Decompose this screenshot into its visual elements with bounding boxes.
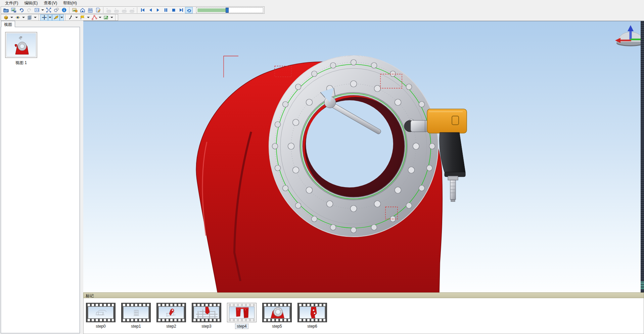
menu-bar: 文件(F) 编辑(E) 查看(V) 帮助(H) <box>0 0 644 6</box>
snapshot-next-button[interactable] <box>120 7 128 13</box>
layers-button[interactable] <box>26 14 33 21</box>
step-label-5: step5 <box>271 324 283 329</box>
fit-view-button[interactable] <box>45 7 52 13</box>
visibility-eye-caret[interactable] <box>21 14 26 21</box>
progress-handle[interactable] <box>226 8 229 13</box>
step-back-button[interactable] <box>146 7 154 13</box>
flag-label-button[interactable] <box>79 14 86 21</box>
toolbar-tools <box>1 14 118 21</box>
stop-button[interactable] <box>170 7 177 13</box>
gizmo-x-axis <box>620 40 631 41</box>
svg-text:BOM: BOM <box>88 8 93 10</box>
right-strip-marks <box>641 282 644 289</box>
views-panel: 视图 视图 1 <box>0 21 81 334</box>
switch-window-button[interactable] <box>33 7 41 13</box>
measure-angle-button[interactable] <box>90 14 98 21</box>
save-image-button[interactable] <box>10 7 17 13</box>
step-label-2: step2 <box>165 324 177 329</box>
step-label-6: step6 <box>306 324 318 329</box>
step-item-5[interactable]: step5 <box>262 303 292 329</box>
solid-box-button[interactable] <box>2 14 10 21</box>
animation-progress-slider[interactable] <box>196 7 263 13</box>
capture-image-button[interactable] <box>71 7 79 13</box>
export-image-caret[interactable] <box>110 14 114 21</box>
toolbar-main: BOM <box>1 6 265 14</box>
go-first-button[interactable] <box>139 7 146 13</box>
undo-button[interactable] <box>17 7 25 13</box>
bom-table-button[interactable]: BOM <box>86 7 94 13</box>
view-thumbnail[interactable] <box>5 32 37 58</box>
step-label-4: step4 <box>235 324 248 329</box>
home-view-button[interactable] <box>79 7 86 13</box>
export-image-button[interactable] <box>102 14 110 21</box>
move-crosshair-button[interactable] <box>40 14 48 21</box>
draw-line-button[interactable] <box>67 14 75 21</box>
play-button[interactable] <box>154 7 162 13</box>
switch-window-caret[interactable] <box>41 7 45 13</box>
menu-edit[interactable]: 编辑(E) <box>21 0 41 6</box>
gizmo-z-axis <box>630 31 632 40</box>
view-label: 视图 1 <box>4 60 38 66</box>
settings-button[interactable] <box>52 7 60 13</box>
step-item-6[interactable]: step6 <box>297 303 327 329</box>
menu-file[interactable]: 文件(F) <box>2 0 21 6</box>
go-last-button[interactable] <box>177 7 185 13</box>
visibility-eye-button[interactable] <box>14 14 21 21</box>
step-item-4[interactable]: step4 <box>227 303 257 329</box>
right-edge-strip[interactable] <box>641 21 644 292</box>
orientation-arrow-button[interactable] <box>52 14 60 21</box>
layers-caret[interactable] <box>33 14 37 21</box>
step-item-3[interactable]: step3 <box>192 303 221 329</box>
menu-view[interactable]: 查看(V) <box>41 0 60 6</box>
move-crosshair-caret[interactable] <box>48 14 52 21</box>
flange-ring <box>269 56 438 237</box>
draw-line-caret[interactable] <box>75 14 79 21</box>
viewport-3d[interactable] <box>83 21 641 292</box>
steps-filmstrip: step0 step1 step2 <box>84 298 644 329</box>
info-button[interactable] <box>60 7 68 13</box>
solid-box-caret[interactable] <box>10 14 14 21</box>
gizmo-y-axis <box>631 39 641 40</box>
measure-angle-caret[interactable] <box>98 14 102 21</box>
marks-panel: 标记 step0 step1 <box>83 292 644 334</box>
progress-fill <box>197 8 227 12</box>
toolbar-area: BOM <box>0 6 644 21</box>
step-item-2[interactable]: step2 <box>156 303 186 329</box>
edit-notes-button[interactable] <box>94 7 102 13</box>
views-panel-body: 视图 1 <box>1 27 80 333</box>
step-item-1[interactable]: step1 <box>121 303 151 329</box>
step-label-0: step0 <box>94 324 107 329</box>
tab-views[interactable]: 视图 <box>1 21 15 27</box>
redo-button[interactable] <box>25 7 33 13</box>
menu-help[interactable]: 帮助(H) <box>60 0 80 6</box>
step-label-1: step1 <box>130 324 142 329</box>
snapshot-prev-button[interactable] <box>112 7 120 13</box>
step-label-3: step3 <box>200 324 213 329</box>
orientation-arrow-caret[interactable] <box>60 14 64 21</box>
pause-button[interactable] <box>162 7 170 13</box>
loop-button[interactable] <box>185 7 193 13</box>
open-button[interactable] <box>2 7 10 13</box>
snapshot-first-button[interactable] <box>105 7 112 13</box>
flag-label-caret[interactable] <box>86 14 90 21</box>
snapshot-last-button[interactable] <box>128 7 136 13</box>
step-item-0[interactable]: step0 <box>86 303 116 329</box>
marks-panel-title: 标记 <box>83 292 644 298</box>
